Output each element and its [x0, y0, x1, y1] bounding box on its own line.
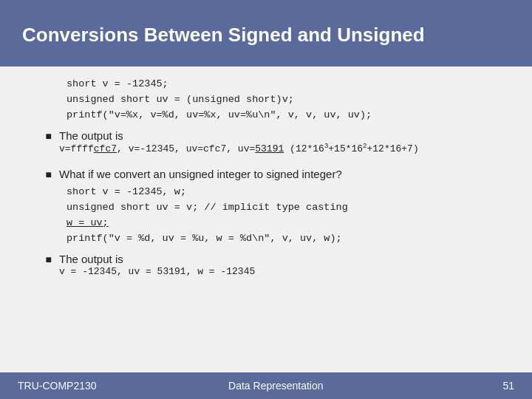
bullet-1-content: The output is v=ffffcfc7, v=-12345, uv=c… [59, 129, 510, 154]
slide: Conversions Between Signed and Unsigned … [0, 0, 532, 399]
bullet-row-3: ■ The output is v = -12345, uv = 53191, … [22, 253, 510, 277]
footer-left: TRU-COMP2130 [18, 380, 97, 392]
bullet-1-output: v=ffffcfc7, v=-12345, uv=cfc7, uv=53191 … [59, 143, 510, 154]
bullet-1-symbol: ■ [22, 129, 59, 142]
code-block-2: short v = -12345, w; unsigned short uv =… [66, 185, 510, 247]
slide-title: Conversions Between Signed and Unsigned [22, 23, 425, 47]
section-gap-1 [22, 159, 510, 165]
code-line-2-2: unsigned short uv = v; // implicit type … [66, 200, 510, 216]
bullet-1-label: The output is [59, 129, 510, 142]
bullet-2-content: What if we convert an unsigned integer t… [59, 168, 510, 180]
code-line-2-1: short v = -12345, w; [66, 185, 510, 200]
code-line-1-1: short v = -12345; [66, 77, 510, 92]
footer-center: Data Representation [97, 380, 455, 392]
bullet-2-symbol: ■ [22, 168, 59, 180]
bullet-3-label: The output is [59, 253, 510, 265]
footer-right: 51 [455, 380, 514, 392]
code-line-2-4: printf("v = %d, uv = %u, w = %d\n", v, u… [66, 231, 510, 247]
bullet-row-2: ■ What if we convert an unsigned integer… [22, 168, 510, 180]
bullet-3-output: v = -12345, uv = 53191, w = -12345 [59, 266, 510, 277]
bullet-row-1: ■ The output is v=ffffcfc7, v=-12345, uv… [22, 129, 510, 154]
bullet-2-label: What if we convert an unsigned integer t… [59, 168, 510, 180]
slide-header: Conversions Between Signed and Unsigned [0, 0, 532, 66]
code-block-1: short v = -12345; unsigned short uv = (u… [66, 77, 510, 123]
bullet-3-symbol: ■ [22, 253, 59, 265]
slide-content: short v = -12345; unsigned short uv = (u… [0, 66, 532, 372]
slide-footer: TRU-COMP2130 Data Representation 51 [0, 372, 532, 399]
code-line-1-3: printf("v=%x, v=%d, uv=%x, uv=%u\n", v, … [66, 108, 510, 123]
code-line-1-2: unsigned short uv = (unsigned short)v; [66, 92, 510, 108]
code-line-2-3: w = uv; [66, 216, 510, 231]
bullet-3-content: The output is v = -12345, uv = 53191, w … [59, 253, 510, 277]
